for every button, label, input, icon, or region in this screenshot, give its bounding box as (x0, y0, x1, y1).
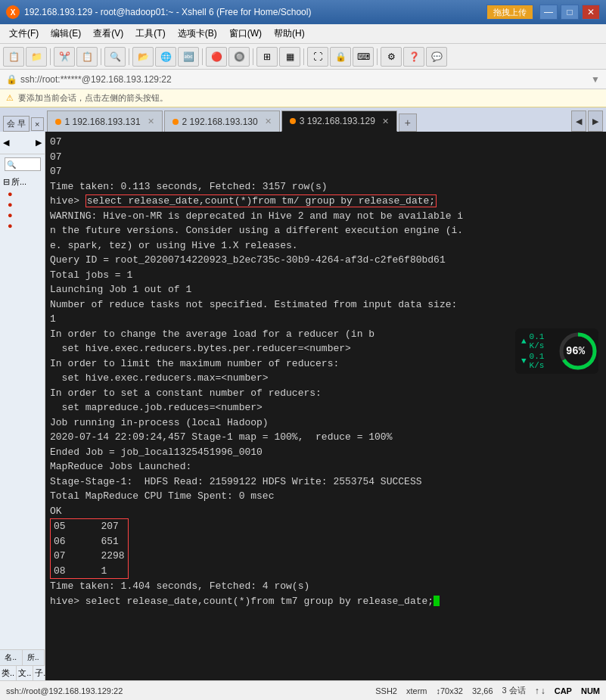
sidebar-nav-right[interactable]: ▶ (36, 138, 42, 148)
menu-tools[interactable]: 工具(T) (129, 26, 171, 42)
toolbar-btn-2[interactable]: ✂️ (54, 47, 75, 67)
close-button[interactable]: ✕ (582, 5, 600, 20)
toolbar-btn-6[interactable]: 🔤 (178, 47, 199, 67)
toolbar-separator-3 (129, 48, 129, 65)
sidebar-bottom-class[interactable]: 类.. (0, 666, 17, 680)
tab-1-label: 1 192.168.193.131 (65, 117, 141, 127)
toolbar-btn-5[interactable]: 🌐 (155, 47, 176, 67)
minimize-button[interactable]: — (539, 5, 558, 20)
tree-item-1[interactable]: ● (2, 188, 43, 199)
toolbar-grid[interactable]: ▦ (279, 47, 300, 67)
menu-view[interactable]: 查看(V) (87, 26, 129, 42)
toolbar-lock[interactable]: 🔒 (330, 47, 351, 67)
result-row-4: 08 1 (54, 564, 125, 579)
terminal-line-running: Job running in-process (local Hadoop) (50, 415, 601, 431)
tab-2[interactable]: 2 192.168.193.130 ✕ (164, 110, 280, 132)
toolbar-btn-4[interactable]: 📂 (132, 47, 154, 67)
download-arrow-icon: ▼ (521, 356, 527, 366)
tab-1-close[interactable]: ✕ (148, 117, 154, 126)
title-bar: X 192.168.193.129 - root@hadoop01:~ - Xs… (0, 0, 606, 24)
tree-expand-icon: ⊟ (3, 177, 10, 187)
sidebar-tab-all[interactable]: 所.. (23, 650, 45, 665)
toolbar-layout[interactable]: ⊞ (256, 47, 278, 67)
tab-2-dot (172, 119, 179, 125)
terminal-line-one: 1 (50, 312, 601, 327)
toolbar-btn-7[interactable]: 🔴 (206, 47, 227, 67)
status-cap: CAP (555, 686, 572, 695)
tree-item-4[interactable]: ● (2, 220, 43, 231)
address-icon: 🔒 (6, 74, 17, 85)
tree-item-3[interactable]: ● (2, 210, 43, 220)
terminal-line-time2: Time taken: 1.404 seconds, Fetched: 4 ro… (50, 579, 601, 594)
tab-3[interactable]: 3 192.168.193.129 ✕ (281, 110, 397, 132)
terminal-line-jobs: Total jobs = 1 (50, 268, 601, 283)
new-tab-button[interactable]: + (399, 114, 417, 132)
tab-2-close[interactable]: ✕ (265, 117, 272, 126)
terminal-line-query: Query ID = root_20200714220923_b2ec735c-… (50, 253, 601, 268)
tab-1[interactable]: 1 192.168.193.131 ✕ (47, 110, 163, 132)
toolbar-separator-5 (253, 48, 253, 65)
toolbar-btn-3[interactable]: 📋 (76, 47, 98, 67)
collapse-btn[interactable]: × (31, 117, 43, 131)
toolbar-btn-8[interactable]: 🔘 (228, 47, 250, 67)
hive-command-box: select release_date,count(*)from tm/ gro… (85, 194, 437, 207)
toolbar-keyboard[interactable]: ⌨ (353, 47, 374, 67)
status-size: ↕70x32 (437, 686, 463, 695)
tab-1-dot (55, 119, 61, 125)
menu-window[interactable]: 窗口(W) (223, 26, 268, 42)
tree-expand[interactable]: ⊟ 所... (2, 176, 43, 188)
menu-file[interactable]: 文件(F) (3, 26, 45, 42)
sidebar-tab-names[interactable]: 名.. (0, 650, 23, 665)
sidebar-search-input[interactable] (5, 157, 41, 171)
terminal-line-ended: Ended Job = job_local1325451996_0010 (50, 445, 601, 460)
status-position: 32,66 (472, 686, 493, 695)
network-overlay: ▲ 0.1 K/s ▼ 0.1 K/s 96% (515, 328, 598, 374)
main-area: ◀ ▶ ⊟ 所... ● ● ● ● 名.. 所.. (0, 132, 606, 680)
status-bar: ssh://root@192.168.193.129:22 SSH2 xterm… (0, 680, 606, 700)
toolbar-new-session[interactable]: 📋 (3, 47, 24, 67)
toolbar-separator-7 (377, 48, 378, 65)
terminal-line-warn2: n the future versions. Consider using a … (50, 223, 601, 238)
toolbar-fullscreen[interactable]: ⛶ (307, 47, 328, 67)
info-bar: ⚠ 要添加当前会话，点击左侧的箭头按钮。 (0, 89, 606, 107)
address-text: ssh://root:******@192.168.193.129:22 (20, 74, 172, 85)
menu-edit[interactable]: 编辑(E) (45, 26, 87, 42)
status-arrows: ↑ ↓ (535, 686, 545, 696)
toolbar-chat[interactable]: 💬 (426, 47, 447, 67)
terminal[interactable]: 07 07 07 Time taken: 0.113 seconds, Fetc… (45, 132, 606, 680)
tree-item-2[interactable]: ● (2, 199, 43, 210)
sidebar-bottom: 类.. 文.. 子.. 4 (0, 665, 45, 680)
terminal-line-time1: Time taken: 0.113 seconds, Fetched: 3157… (50, 179, 601, 194)
maximize-button[interactable]: □ (561, 5, 579, 20)
upload-button[interactable]: 拖拽上传 (486, 5, 533, 20)
address-dropdown-arrow[interactable]: ▼ (591, 74, 600, 85)
tree-item-4-icon: ● (8, 221, 13, 230)
tab-2-label: 2 192.168.193.130 (182, 117, 258, 127)
window-title: 192.168.193.129 - root@hadoop01:~ - Xshe… (24, 7, 486, 17)
status-sessions: 3 会话 (502, 685, 526, 696)
toolbar-settings[interactable]: ⚙ (381, 47, 402, 67)
upload-arrow-icon: ↑ (535, 686, 539, 696)
download-speed: 0.1 K/s (530, 352, 558, 370)
toolbar-help[interactable]: ❓ (403, 47, 424, 67)
status-terminal: xterm (406, 686, 427, 695)
tab-scroll-right[interactable]: ▶ (588, 110, 603, 132)
terminal-line-stage2: Stage-Stage-1: HDFS Read: 21599122 HDFS … (50, 474, 601, 490)
toolbar-search[interactable]: 🔍 (104, 47, 126, 67)
status-protocol: SSH2 (375, 686, 397, 695)
hive-command-2: select release_date,count(*)from tm7 gro… (85, 596, 434, 607)
menu-tabs[interactable]: 选项卡(B) (172, 26, 223, 42)
gauge-label: 96% (566, 345, 585, 357)
tab-3-dot (290, 118, 296, 124)
terminal-line-2: 07 (50, 150, 601, 165)
tab-bar: 会 早 × 1 192.168.193.131 ✕ 2 192.168.193.… (0, 107, 606, 132)
tab-3-close[interactable]: ✕ (382, 117, 389, 126)
sidebar-nav-left[interactable]: ◀ (3, 138, 9, 148)
tab-scroll-left[interactable]: ◀ (571, 110, 586, 132)
sidebar-bottom-files[interactable]: 文.. (17, 666, 33, 680)
terminal-line-reduce: Number of reduce tasks not specified. Es… (50, 297, 601, 313)
status-num: NUM (581, 686, 600, 695)
toolbar-open[interactable]: 📁 (26, 47, 47, 67)
menu-help[interactable]: 帮助(H) (268, 26, 311, 42)
result-row-1: 05 207 (54, 519, 125, 534)
